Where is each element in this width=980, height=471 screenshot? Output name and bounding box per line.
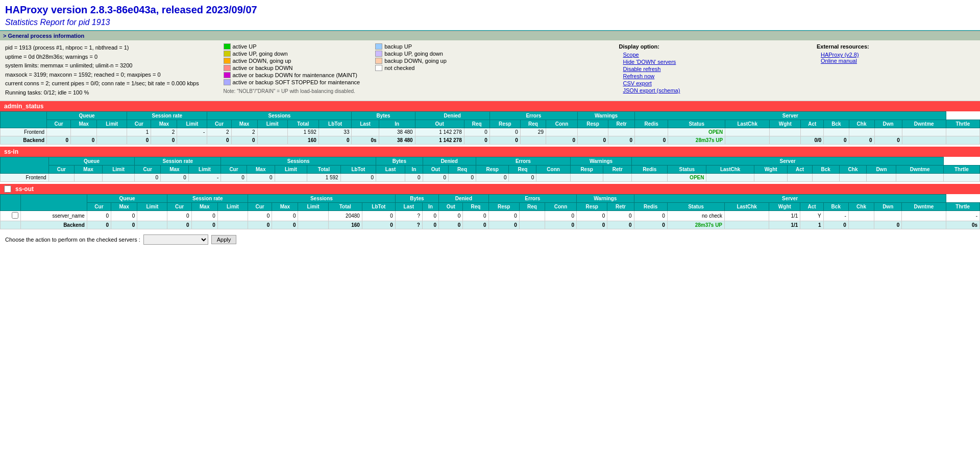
td-smax: 0 <box>247 173 275 181</box>
td-dwn <box>867 173 896 181</box>
th-s-limit: Limit <box>298 202 328 210</box>
display-option-json-export[interactable]: JSON export (schema) <box>623 87 817 93</box>
th-bytes: Bytes <box>395 194 438 202</box>
online-manual-link[interactable]: Online manual <box>821 58 857 64</box>
proxy-ss-in: ss-in Queue Session rate Sessions Bytes … <box>0 147 980 182</box>
external-haproxy-link-item[interactable]: HAProxy (v2.8) <box>821 52 975 58</box>
td-eresp: 0 <box>577 210 607 221</box>
th-lastchk: LastChk <box>725 202 769 210</box>
td-qlimit <box>137 210 167 221</box>
td-chk <box>848 221 874 229</box>
legend-label-2: active UP, going down <box>233 51 288 57</box>
td-chk: 0 <box>849 136 874 144</box>
apply-button[interactable]: Apply <box>211 235 237 244</box>
th-w-retr: Retr <box>607 202 634 210</box>
table-group-header: Queue Session rate Sessions Bytes Denied… <box>1 111 980 120</box>
action-select[interactable]: Set state to READY Set state to DRAIN Se… <box>143 234 208 245</box>
td-wght <box>770 136 801 144</box>
th-dwn: Dwn <box>874 120 902 128</box>
th-wght: Wght <box>769 202 800 210</box>
general-section-header[interactable]: > General process information <box>0 31 980 40</box>
th-bck: Bck <box>824 120 849 128</box>
th-s-lbtot: LbTot <box>362 202 395 210</box>
td-srmax: 0 <box>191 221 217 229</box>
proxy-admin-status-name: admin_status <box>4 103 43 110</box>
th-b-in: In <box>422 202 438 210</box>
th-e-conn: Conn <box>536 165 571 173</box>
td-row-checkbox[interactable] <box>1 210 21 221</box>
td-econn: 0 <box>545 221 576 229</box>
th-q-limit: Limit <box>137 202 167 210</box>
th-dwntme: Dwntme <box>902 202 946 210</box>
display-option-scope[interactable]: Scope <box>623 52 817 58</box>
proxy-ss-out-checkbox[interactable] <box>4 185 11 193</box>
table-row: Backend 0 0 0 0 0 0 160 0 0s 38 480 1 14… <box>1 136 980 144</box>
csv-export-link[interactable]: CSV export <box>623 80 652 86</box>
td-last: 0s <box>352 136 379 144</box>
th-queue: Queue <box>87 194 167 202</box>
display-option-csv-export[interactable]: CSV export <box>623 80 817 86</box>
td-scur: 0 <box>221 173 247 181</box>
display-options: Display option: Scope Hide 'DOWN' server… <box>619 43 817 98</box>
table-sub-header: Cur Max Limit Cur Max Limit Cur Max Limi… <box>1 120 980 128</box>
display-option-refresh-now[interactable]: Refresh now <box>623 73 817 79</box>
td-act: Y <box>800 210 823 221</box>
td-scur: 2 <box>207 128 231 136</box>
td-dresp: 0 <box>488 221 519 229</box>
legend-maint: active or backup DOWN for maintenance (M… <box>224 72 360 78</box>
hide-down-link[interactable]: Hide 'DOWN' servers <box>623 59 676 65</box>
info-text: pid = 1913 (process #1, nbproc = 1, nbth… <box>5 43 203 98</box>
td-bout: 1 142 278 <box>415 128 464 136</box>
th-server: Server <box>632 157 944 165</box>
td-scur: 0 <box>248 210 272 221</box>
json-export-link[interactable]: JSON export (schema) <box>623 87 680 93</box>
td-econn <box>536 173 571 181</box>
th-s-max: Max <box>231 120 257 128</box>
info-line-5: current conns = 2; current pipes = 0/0; … <box>5 79 203 88</box>
legend-active-up-going-down: active UP, going down <box>224 51 360 57</box>
th-e-req: Req <box>520 120 546 128</box>
disable-refresh-link[interactable]: Disable refresh <box>623 66 661 72</box>
td-qcur: 0 <box>87 210 111 221</box>
th-sr-limit: Limit <box>177 120 207 128</box>
refresh-now-link[interactable]: Refresh now <box>623 73 655 79</box>
display-option-disable-refresh[interactable]: Disable refresh <box>623 66 817 72</box>
proxy-ss-in-header[interactable]: ss-in <box>0 147 980 157</box>
proxy-ss-out-header[interactable]: ss-out <box>0 184 980 194</box>
info-line-4: maxsock = 3199; maxconn = 1592; reached … <box>5 70 203 80</box>
td-ereq <box>519 210 545 221</box>
td-qmax <box>71 128 97 136</box>
td-bin: 0 <box>422 221 438 229</box>
legend-backup-up-going-down: backup UP, going down <box>375 51 447 57</box>
server-checkbox[interactable] <box>12 212 18 219</box>
td-wredis: 0 <box>635 136 668 144</box>
legend-box-4 <box>224 65 231 71</box>
haproxy-docs-link[interactable]: HAProxy (v2.8) <box>821 52 859 58</box>
external-manual-link-item[interactable]: Online manual <box>821 58 975 64</box>
th-sessions: Sessions <box>221 157 376 165</box>
th-denied: Denied <box>423 157 476 165</box>
display-option-hide-down[interactable]: Hide 'DOWN' servers <box>623 59 817 65</box>
th-name <box>20 194 87 210</box>
th-status: Status <box>667 202 724 210</box>
th-q-limit: Limit <box>102 165 134 173</box>
td-slimit <box>298 210 328 221</box>
td-srcur: 1 <box>127 128 151 136</box>
td-slimit <box>298 221 328 229</box>
th-e-resp: Resp <box>577 202 607 210</box>
th-wght: Wght <box>770 120 801 128</box>
td-eresp: 0 <box>578 136 608 144</box>
scope-link[interactable]: Scope <box>623 52 639 58</box>
td-dwntme <box>902 128 946 136</box>
th-e-req: Req <box>519 202 545 210</box>
th-session-rate: Session rate <box>167 194 248 202</box>
td-srcur: 0 <box>127 136 151 144</box>
legend-active-backup-down: active or backup DOWN <box>224 65 360 71</box>
th-denied: Denied <box>439 194 488 202</box>
table-sub-header: Cur Max Limit Cur Max Limit Cur Max Limi… <box>1 202 980 210</box>
th-q-cur: Cur <box>47 120 71 128</box>
th-sessions: Sessions <box>207 111 352 120</box>
td-dreq: 0 <box>449 173 476 181</box>
proxy-admin-status-header[interactable]: admin_status <box>0 101 980 111</box>
td-bck: 0 <box>823 221 848 229</box>
